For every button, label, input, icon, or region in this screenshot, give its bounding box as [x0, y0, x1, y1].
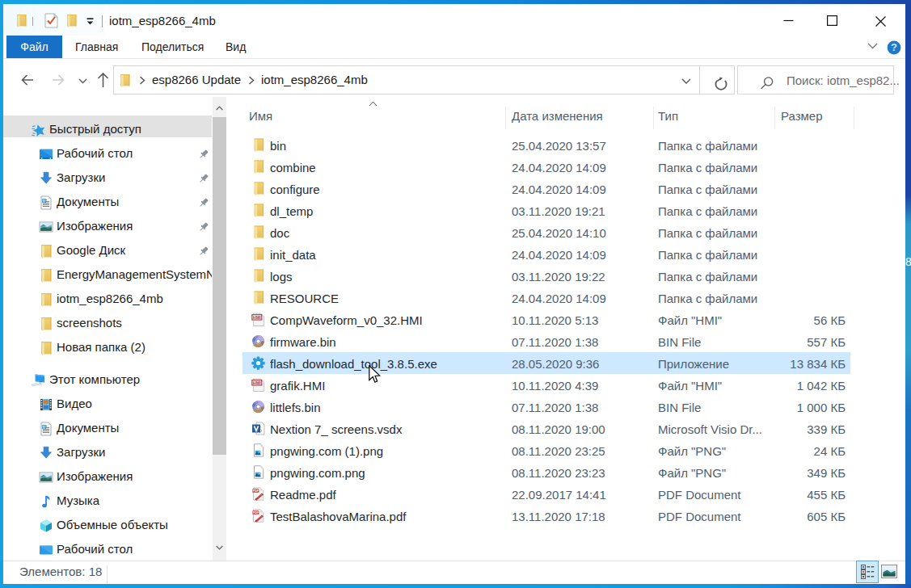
svg-text:?: ?: [891, 41, 897, 53]
